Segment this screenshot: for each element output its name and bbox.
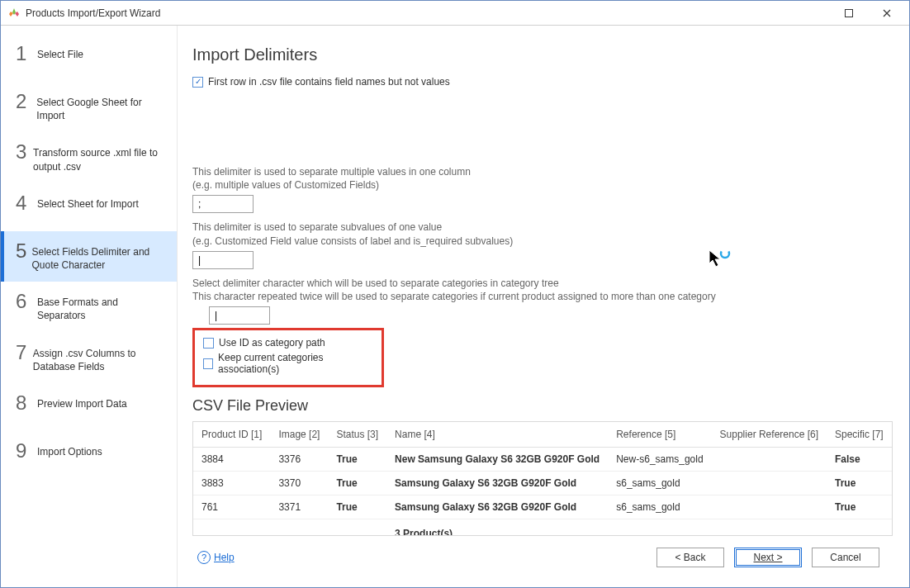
cell-status: True (328, 448, 386, 472)
step-2[interactable]: 2 Select Google Sheet for Import (1, 82, 177, 132)
wizard-footer: ? Help < Back Next > Cancel (192, 536, 893, 579)
table-row[interactable]: 3883 3370 True Samsung Galaxy S6 32GB G9… (193, 472, 893, 496)
step-number: 1 (16, 44, 34, 64)
hint-text: This delimiter is used to separate multi… (192, 165, 893, 178)
step-number: 8 (16, 393, 34, 413)
checkbox-keep-assoc[interactable] (203, 358, 213, 369)
csv-preview-table-wrap[interactable]: Product ID [1] Image [2] Status [3] Name… (192, 421, 893, 536)
csv-preview-table: Product ID [1] Image [2] Status [3] Name… (193, 422, 893, 536)
checkbox-first-row-names[interactable] (192, 77, 203, 88)
step-number: 2 (16, 92, 33, 111)
table-footer-row: 3 Product(s) (193, 519, 893, 536)
step-label: Import Options (34, 441, 102, 458)
next-button[interactable]: Next > (734, 548, 802, 567)
col-base-price[interactable]: Base Price [8] (892, 422, 893, 448)
cell-specific: False (827, 448, 892, 472)
help-link[interactable]: ? Help (197, 551, 235, 564)
cell-status: True (328, 496, 386, 519)
step-label: Select Sheet for Import (34, 193, 139, 211)
preview-title: CSV File Preview (192, 397, 893, 415)
hint-text: Select delimiter character which will be… (192, 277, 893, 290)
help-icon: ? (197, 551, 211, 564)
hint-text: This character repeated twice will be us… (192, 290, 893, 303)
cell-product-id: 3884 (193, 448, 270, 472)
step-number: 4 (16, 193, 34, 213)
col-name[interactable]: Name [4] (386, 422, 608, 448)
step-number: 9 (16, 441, 34, 461)
hint-text: (e.g. multiple values of Customized Fiel… (192, 178, 893, 192)
window-title: Products Import/Export Wizard (26, 7, 830, 19)
checkbox-label: First row in .csv file contains field na… (208, 76, 450, 88)
checkbox-label: Use ID as category path (219, 337, 325, 349)
maximize-button[interactable] (830, 2, 868, 25)
checkbox-label: Keep current categories association(s) (218, 352, 373, 375)
wizard-steps-sidebar: 1 Select File 2 Select Google Sheet for … (1, 26, 178, 587)
cell-reference: s6_sams_gold (608, 496, 711, 519)
col-reference[interactable]: Reference [5] (608, 422, 711, 448)
back-button[interactable]: < Back (656, 548, 724, 567)
col-product-id[interactable]: Product ID [1] (193, 422, 270, 448)
col-supplier-ref[interactable]: Supplier Reference [6] (712, 422, 827, 448)
close-button[interactable] (868, 2, 906, 25)
subvalue-delimiter-input[interactable] (192, 251, 254, 269)
step-label: Select Google Sheet for Import (33, 92, 168, 122)
step-label: Select File (34, 44, 83, 61)
table-row[interactable]: 761 3371 True Samsung Galaxy S6 32GB G92… (193, 496, 893, 519)
step-4[interactable]: 4 Select Sheet for Import (1, 183, 177, 231)
col-status[interactable]: Status [3] (328, 422, 386, 448)
category-delimiter-group: Select delimiter character which will be… (192, 277, 893, 325)
keep-current-assoc-row[interactable]: Keep current categories association(s) (203, 352, 373, 375)
category-delimiter-input[interactable] (209, 306, 270, 325)
svg-rect-0 (846, 9, 853, 17)
multi-value-delimiter-input[interactable] (192, 195, 254, 213)
step-3[interactable]: 3 Transform source .xml file to output .… (1, 132, 177, 183)
hint-text: (e.g. Customized Field value consists of… (192, 235, 893, 248)
cell-name: Samsung Galaxy S6 32GB G920F Gold (386, 472, 608, 496)
help-label: Help (214, 552, 235, 563)
step-8[interactable]: 8 Preview Import Data (1, 383, 177, 431)
step-number: 7 (16, 343, 30, 363)
cell-image: 3376 (270, 448, 328, 472)
step-label: Assign .csv Columns to Database Fields (30, 343, 168, 373)
product-count: 3 Product(s) (386, 519, 608, 536)
step-number: 6 (16, 292, 34, 311)
cell-product-id: 761 (193, 496, 270, 519)
step-9[interactable]: 9 Import Options (1, 431, 177, 479)
cell-reference: s6_sams_gold (608, 472, 711, 496)
cell-specific: True (827, 496, 892, 519)
checkbox-use-id-as-path[interactable] (203, 338, 214, 349)
step-label: Select Fields Delimiter and Quote Charac… (29, 241, 169, 272)
step-6[interactable]: 6 Base Formats and Separators (1, 282, 177, 332)
cell-base-price: 0.00 (892, 472, 893, 496)
col-specific[interactable]: Specific [7] (827, 422, 892, 448)
cell-base-price: 0.00 (892, 496, 893, 519)
step-label: Base Formats and Separators (34, 292, 168, 322)
table-header-row: Product ID [1] Image [2] Status [3] Name… (193, 422, 893, 448)
cell-product-id: 3883 (193, 472, 270, 496)
titlebar: Products Import/Export Wizard (1, 1, 909, 26)
highlighted-options: Use ID as category path Keep current cat… (192, 328, 384, 387)
step-number: 3 (16, 142, 30, 162)
hint-text: This delimiter is used to separate subva… (192, 220, 893, 234)
step-1[interactable]: 1 Select File (1, 34, 177, 82)
col-image[interactable]: Image [2] (270, 422, 328, 448)
step-7[interactable]: 7 Assign .csv Columns to Database Fields (1, 333, 177, 383)
wizard-window: Products Import/Export Wizard 1 Select F… (0, 0, 910, 588)
cell-name: New Samsung Galaxy S6 32GB G920F Gold (386, 448, 608, 472)
cell-name: Samsung Galaxy S6 32GB G920F Gold (386, 496, 608, 519)
cell-supplier-ref (712, 496, 827, 519)
cell-specific: True (827, 472, 892, 496)
cell-supplier-ref (712, 472, 827, 496)
cell-image: 3371 (270, 496, 328, 519)
wizard-main-panel: Import Delimiters First row in .csv file… (178, 26, 909, 587)
use-id-as-path-row[interactable]: Use ID as category path (203, 337, 373, 349)
step-5[interactable]: 5 Select Fields Delimiter and Quote Char… (1, 231, 177, 282)
table-row[interactable]: 3884 3376 True New Samsung Galaxy S6 32G… (193, 448, 893, 472)
cell-supplier-ref (712, 448, 827, 472)
subvalue-delimiter-group: This delimiter is used to separate subva… (192, 220, 893, 268)
step-label: Transform source .xml file to output .cs… (30, 142, 168, 173)
cancel-button[interactable]: Cancel (812, 548, 879, 567)
step-number: 5 (16, 241, 29, 261)
first-row-checkbox-row[interactable]: First row in .csv file contains field na… (192, 76, 893, 88)
cell-reference: New-s6_sams_gold (608, 448, 711, 472)
